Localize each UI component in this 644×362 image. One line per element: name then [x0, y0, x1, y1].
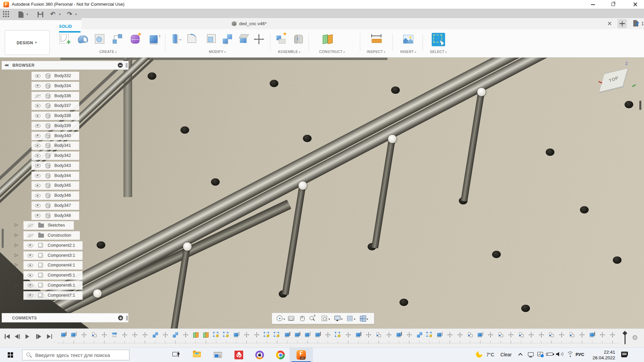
timeline-position-marker[interactable]	[623, 331, 627, 344]
body-row[interactable]: Body337	[32, 102, 79, 110]
select-button[interactable]	[432, 34, 445, 46]
body-row[interactable]: Body336	[32, 92, 79, 100]
timeline-feature-move[interactable]	[242, 331, 251, 344]
undo-icon[interactable]: ↶	[50, 11, 55, 17]
component-row[interactable]: Component4:1	[23, 261, 83, 269]
body-row[interactable]: Body339	[32, 122, 79, 130]
timeline-feature-move[interactable]	[253, 331, 261, 344]
browser-scrollbar-thumb[interactable]	[2, 229, 4, 248]
timeline-feature-split[interactable]	[110, 331, 119, 344]
body-label[interactable]: Body343	[54, 163, 71, 168]
timeline-feature-sketch[interactable]	[222, 331, 231, 344]
timeline-feature-move[interactable]	[130, 331, 139, 344]
timeline-feature-move[interactable]	[324, 331, 332, 344]
component-row[interactable]: Component7:1	[23, 291, 83, 300]
maximize-button[interactable]	[605, 0, 621, 9]
timeline-feature-move[interactable]	[385, 331, 393, 344]
battery-icon[interactable]	[547, 353, 553, 356]
body-row[interactable]: Body344	[32, 172, 79, 180]
timeline-feature-plane[interactable]	[202, 331, 210, 344]
group-label-assemble[interactable]: ASSEMBLE	[278, 50, 301, 54]
component-row[interactable]: Component3:1	[23, 251, 83, 260]
speaker-icon[interactable]	[556, 352, 559, 356]
chrome-taskbar-icon[interactable]	[273, 348, 288, 362]
visibility-eye-icon[interactable]	[35, 194, 41, 197]
hole-button[interactable]	[95, 34, 104, 44]
play-button[interactable]	[25, 334, 29, 340]
workspace-selector[interactable]: DESIGN▼	[5, 30, 50, 55]
visibility-eye-icon[interactable]	[35, 124, 41, 128]
component-label[interactable]: Component2:1	[48, 243, 75, 248]
body-label[interactable]: Body334	[54, 83, 71, 88]
revolve-button[interactable]	[78, 34, 88, 43]
split-body-button[interactable]	[239, 34, 248, 44]
timeline-feature-move[interactable]	[364, 331, 373, 344]
view-cube[interactable]: Z TOP	[598, 64, 641, 98]
taskbar-search[interactable]	[22, 350, 129, 360]
component-label[interactable]: Component5:1	[48, 273, 75, 278]
timeline-feature-move[interactable]	[344, 331, 353, 344]
step-forward-button[interactable]	[36, 334, 41, 340]
visibility-eye-icon[interactable]	[35, 74, 41, 78]
visibility-eye-icon[interactable]	[28, 234, 33, 237]
component-label[interactable]: Component6:1	[48, 283, 75, 288]
folder-label[interactable]: Sketches	[48, 223, 65, 228]
language-indicator[interactable]: РУС	[576, 352, 584, 357]
visibility-eye-icon[interactable]	[28, 244, 33, 247]
body-label[interactable]: Body341	[54, 143, 71, 148]
timeline-feature-sketch[interactable]	[334, 331, 342, 344]
timeline-feature-extrude[interactable]	[283, 331, 292, 344]
timeline-feature-move[interactable]	[578, 331, 586, 344]
timeline-feature-move[interactable]	[445, 331, 454, 344]
insert-image-button[interactable]	[403, 34, 413, 44]
timeline-feature-sketch[interactable]	[425, 331, 434, 344]
component-row[interactable]: Component2:1	[23, 241, 83, 250]
timeline-feature-extrude[interactable]	[395, 331, 404, 344]
timeline-feature-plane[interactable]	[192, 331, 200, 344]
orbit-dropdown-icon[interactable]: ▾	[283, 317, 285, 321]
minimize-button[interactable]	[585, 0, 601, 9]
timeline-feature-move[interactable]	[120, 331, 129, 344]
display-settings-icon[interactable]	[334, 315, 341, 322]
body-row[interactable]: Body342	[32, 152, 79, 160]
visibility-eye-icon[interactable]	[35, 204, 41, 207]
body-label[interactable]: Body345	[54, 183, 71, 188]
timeline-feature-copy[interactable]	[374, 331, 383, 344]
visibility-eye-icon[interactable]	[35, 154, 41, 158]
extrude-button[interactable]	[150, 34, 158, 43]
timeline-feature-sketch[interactable]	[263, 331, 271, 344]
grid-dropdown-icon[interactable]: ▾	[354, 317, 356, 321]
ladybug-app-taskbar-icon[interactable]	[231, 348, 246, 362]
new-component-button[interactable]: ★	[276, 34, 286, 44]
visibility-eye-icon[interactable]	[35, 174, 41, 178]
create-form-button[interactable]	[131, 34, 140, 44]
tray-overflow-chevron-icon[interactable]	[518, 353, 523, 357]
timeline-feature-copy[interactable]	[568, 331, 576, 344]
look-at-icon[interactable]	[288, 315, 295, 322]
visibility-eye-icon[interactable]	[28, 274, 33, 277]
timeline-feature-sketch[interactable]	[273, 331, 281, 344]
visibility-eye-icon[interactable]	[28, 254, 33, 257]
visibility-eye-icon[interactable]	[35, 104, 41, 108]
folder-label[interactable]: Construction	[48, 233, 71, 238]
close-button[interactable]	[628, 0, 643, 9]
body-label[interactable]: Body344	[54, 173, 71, 178]
timeline-feature-move[interactable]	[537, 331, 546, 344]
fit-icon[interactable]	[322, 315, 328, 322]
screen-share-icon[interactable]	[537, 352, 543, 356]
visibility-eye-icon[interactable]	[35, 84, 41, 88]
group-label-create[interactable]: CREATE	[99, 50, 116, 54]
tab-solid[interactable]: SOLID	[59, 24, 72, 29]
fit-dropdown-icon[interactable]: ▾	[328, 317, 330, 321]
component-label[interactable]: Component4:1	[48, 263, 75, 267]
timeline-feature-move[interactable]	[598, 331, 607, 344]
component-label[interactable]: Component7:1	[48, 293, 75, 298]
body-row[interactable]: Body341	[32, 141, 79, 150]
timeline-feature-move[interactable]	[181, 331, 190, 344]
timeline-feature-move[interactable]	[161, 331, 170, 344]
body-row[interactable]: Body345	[32, 181, 79, 190]
body-row[interactable]: Body346	[32, 191, 79, 200]
timeline-feature-extrude[interactable]	[232, 331, 241, 344]
grid-icon[interactable]	[347, 315, 354, 322]
timeline-feature-copy[interactable]	[547, 331, 556, 344]
